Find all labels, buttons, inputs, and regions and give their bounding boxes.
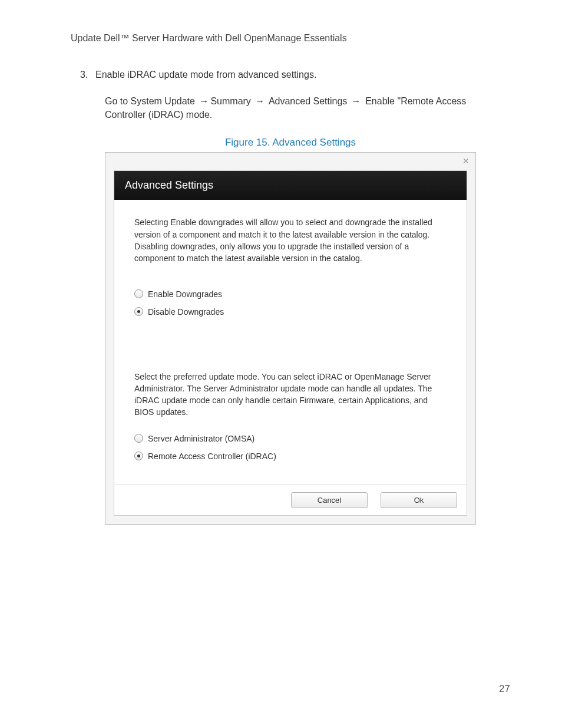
dialog-inner: Advanced Settings Selecting Enable downg… [114,170,467,515]
radio-idrac[interactable]: Remote Access Controller (iDRAC) [134,452,447,461]
arrow-icon: → [197,94,210,108]
dialog-titlebar: ✕ [105,153,475,170]
radio-label: Disable Downgrades [148,307,224,317]
figure-caption: Figure 15. Advanced Settings [105,137,476,149]
close-icon[interactable]: ✕ [462,156,470,166]
nav-part-2: Advanced Settings [266,96,349,106]
list-text: Enable iDRAC update mode from advanced s… [95,70,316,80]
radio-icon [134,452,143,460]
radio-icon [134,307,143,316]
document-header: Update Dell™ Server Hardware with Dell O… [71,33,496,44]
navigation-paragraph: Go to System Update →Summary → Advanced … [105,94,496,121]
arrow-icon: → [253,94,266,108]
radio-disable-downgrades[interactable]: Disable Downgrades [134,307,447,317]
radio-icon [134,289,143,298]
page-number: 27 [499,683,510,695]
ok-button[interactable]: Ok [381,492,457,508]
dialog-title: Advanced Settings [114,171,467,200]
radio-omsa[interactable]: Server Administrator (OMSA) [134,434,447,443]
arrow-icon: → [350,94,363,108]
dialog-button-row: Cancel Ok [114,485,467,515]
radio-label: Server Administrator (OMSA) [148,434,254,443]
radio-enable-downgrades[interactable]: Enable Downgrades [134,289,447,299]
radio-label: Remote Access Controller (iDRAC) [148,452,276,461]
dialog-body: Selecting Enable downgrades will allow y… [114,200,467,484]
instruction-list-item: 3. Enable iDRAC update mode from advance… [80,70,496,80]
dialog-window: ✕ Advanced Settings Selecting Enable dow… [105,152,476,524]
radio-icon [134,434,143,443]
radio-label: Enable Downgrades [148,289,222,299]
update-mode-description: Select the preferred update mode. You ca… [134,371,447,419]
nav-prefix: Go to System Update [105,96,197,106]
cancel-button[interactable]: Cancel [291,492,368,508]
downgrades-description: Selecting Enable downgrades will allow y… [134,216,447,264]
list-number: 3. [80,70,95,80]
nav-part-1: Summary [210,96,253,106]
